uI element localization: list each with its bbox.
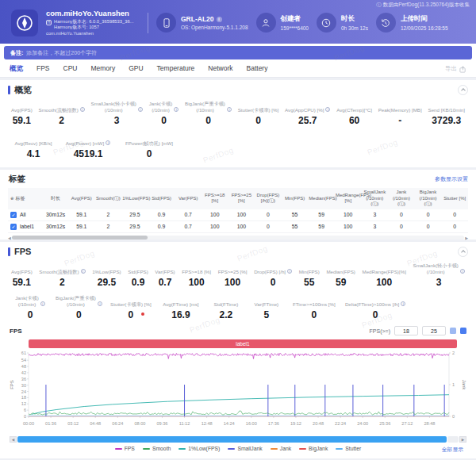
stat-value: 0 [373, 309, 378, 320]
stat-value: 0 [161, 115, 167, 126]
stat-label: Avg(Recv) [KB/s] [11, 134, 56, 146]
tab-Memory[interactable]: Memory [90, 64, 115, 74]
tab-Network[interactable]: Network [208, 64, 232, 74]
upload-value: 12/09/2025 16:28:55 [401, 25, 448, 31]
legend-item-Smooth[interactable]: Smooth [143, 446, 171, 451]
fps-collapse-button[interactable] [458, 247, 468, 257]
fps-chart[interactable]: 0612182430364248546101200:0001:3603:1204… [8, 350, 468, 434]
stat-label: FTime>=100ms [%] [290, 295, 339, 307]
chart-horizontal-scrollbar[interactable]: ◀ ▶ [10, 436, 466, 443]
app-package-sub: com.miHoYo.Yuanshen [46, 31, 140, 36]
table-cell: 29.5 [121, 220, 148, 232]
add-label-icon[interactable]: ⊕ [10, 196, 15, 201]
table-cell: 2 [95, 220, 122, 232]
creator-label: 创建者 [281, 14, 309, 24]
stat-item: Std(FTime)2.2 [209, 295, 244, 321]
table-cell: 0.9 [148, 220, 175, 232]
fps-threshold-input-1[interactable] [394, 326, 418, 335]
session-header: ⓘ 数据由PerfDog(11.3.250764)版本收集 com.miHoYo… [0, 0, 476, 44]
stat-label: Avg(FTime) [ms] [159, 295, 202, 307]
tab-Temperature[interactable]: Temperature [157, 64, 195, 74]
info-icon[interactable]: i [81, 269, 86, 274]
scroll-right-icon[interactable]: ▶ [459, 436, 466, 443]
legend-swatch [115, 448, 122, 450]
legend-item-Jank[interactable]: Jank [271, 446, 291, 451]
svg-text:27:12: 27:12 [401, 421, 413, 426]
stat-label: BigJank(严重卡顿) (/10min)i [185, 101, 232, 113]
info-icon[interactable]: i [401, 301, 405, 306]
chart-toggle-icon-2[interactable] [460, 328, 466, 334]
label-name-cell: ✓label1 [8, 220, 43, 232]
table-cell: 0 [255, 220, 282, 232]
table-cell: 59.1 [68, 209, 95, 221]
param-display-settings-link[interactable]: 参数显示设置 [435, 175, 468, 183]
fps-threshold-input-2[interactable] [422, 326, 446, 335]
stat-item: SmallJank(轻小卡顿) (/10min)i3 [413, 263, 465, 289]
labels-card: 标签 参数显示设置 ⊕ 标签时长Avg(FPS)Smooth(ⓘ)1%Low(F… [0, 170, 476, 240]
overview-collapse-button[interactable] [458, 85, 468, 95]
svg-text:24:00: 24:00 [357, 421, 368, 426]
tab-概览[interactable]: 概览 [10, 64, 23, 74]
stat-item: Jank(卡顿) (/10min)i0 [11, 295, 49, 321]
table-cell: 100 [335, 220, 362, 232]
table-row: ✓label130m12s59.1229.50.90.7100100055591… [8, 220, 468, 232]
column-header: Smooth(ⓘ) [95, 188, 122, 209]
info-icon[interactable]: i [98, 301, 102, 306]
remark-input[interactable]: 备注: 添加备注，不超过200个字符 [4, 46, 472, 59]
section-accent-bar [8, 86, 10, 94]
info-icon[interactable]: i [227, 107, 232, 112]
chart-scrollbar-track[interactable] [447, 436, 459, 443]
app-icon [11, 10, 38, 36]
harmony-version-code: Harmony版本号: 1057 [54, 25, 134, 30]
show-all-link[interactable]: 全部显示 [442, 446, 463, 454]
chart-toggle-icon-1[interactable] [450, 328, 456, 334]
legend-item-Stutter[interactable]: Stutter [336, 446, 361, 451]
scroll-right-icon[interactable]: ▶ [465, 236, 468, 240]
device-info-icon[interactable]: i [217, 17, 222, 22]
checkbox[interactable]: ✓ [10, 224, 17, 230]
stat-item: Avg(FTime) [ms]16.9 [159, 295, 202, 321]
info-icon[interactable]: i [174, 107, 178, 112]
remark-label: 备注: [10, 49, 23, 57]
info-icon[interactable]: i [40, 301, 45, 306]
stat-value: 0 [271, 277, 276, 288]
info-icon[interactable]: i [325, 107, 330, 112]
legend-item-BigJank[interactable]: BigJank [299, 446, 328, 451]
info-icon[interactable]: i [106, 140, 110, 145]
stat-label: SmallJank(轻小卡顿) (/10min)i [413, 263, 465, 274]
legend-item-SmallJank[interactable]: SmallJank [228, 446, 262, 451]
upload-label: 上传时间 [401, 14, 448, 24]
tab-Battery[interactable]: Battery [247, 64, 268, 74]
legend-swatch [336, 448, 343, 450]
info-icon[interactable]: i [138, 107, 143, 112]
info-icon[interactable]: i [460, 269, 465, 274]
stat-value: 0 [76, 309, 82, 320]
svg-text:12: 12 [21, 401, 26, 406]
label1-range-bar[interactable]: label1 [29, 339, 457, 348]
tab-CPU[interactable]: CPU [63, 64, 78, 74]
legend-item-1%Low(FPS)[interactable]: 1%Low(FPS) [178, 446, 220, 451]
stat-label: BigJank(严重卡顿) (/10min)i [56, 295, 102, 307]
scrollbar-thumb[interactable] [12, 236, 148, 240]
person-icon [256, 13, 276, 33]
svg-text:01:36: 01:36 [45, 421, 56, 426]
stat-item: Var(FPS)0.7 [155, 263, 175, 289]
overview-card: 概览 Avg(FPS)59.1Smooth(流畅指数)i2SmallJank(轻… [0, 80, 476, 167]
tab-GPU[interactable]: GPU [129, 64, 143, 74]
stat-value: 3729.3 [432, 115, 461, 126]
stat-value: 0 [255, 115, 261, 126]
svg-text:0: 0 [452, 414, 455, 419]
labels-table: ⊕ 标签时长Avg(FPS)Smooth(ⓘ)1%Low(FPS)Std(FPS… [8, 188, 468, 233]
chart-scrollbar-thumb[interactable] [17, 436, 447, 443]
legend-item-FPS[interactable]: FPS [115, 446, 135, 451]
checkbox[interactable]: ✓ [10, 212, 17, 218]
table-horizontal-scrollbar[interactable]: ◀ ▶ [8, 236, 468, 240]
export-button[interactable]: 导出 [445, 65, 466, 73]
info-icon[interactable]: i [287, 269, 292, 274]
stat-value: 29.5 [98, 277, 116, 288]
scroll-left-icon[interactable]: ◀ [8, 236, 11, 240]
scroll-left-icon[interactable]: ◀ [10, 436, 17, 443]
tab-FPS[interactable]: FPS [36, 64, 50, 74]
info-icon[interactable]: i [80, 107, 85, 112]
stat-label: FPS>=18 [%] [182, 263, 211, 274]
